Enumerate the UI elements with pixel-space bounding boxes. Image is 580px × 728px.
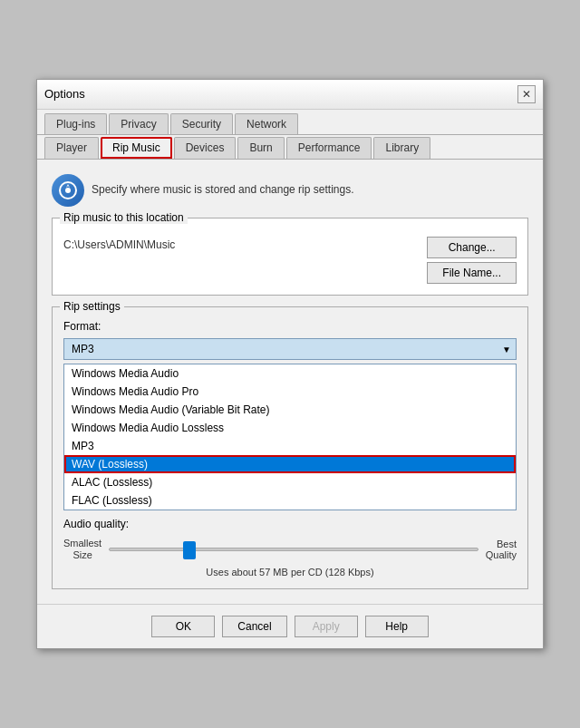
tab-devices[interactable]: Devices	[174, 137, 237, 159]
dropdown-item-flac[interactable]: FLAC (Lossless)	[64, 491, 516, 510]
audio-quality-label: Audio quality:	[63, 518, 517, 530]
ok-button[interactable]: OK	[151, 616, 215, 637]
dialog-title: Options	[44, 87, 85, 101]
help-button[interactable]: Help	[365, 616, 429, 637]
bottom-tabs: Player Rip Music Devices Burn Performanc…	[37, 135, 543, 160]
tab-performance[interactable]: Performance	[286, 137, 372, 159]
slider-info: Uses about 57 MB per CD (128 Kbps)	[63, 567, 517, 578]
title-bar: Options ✕	[37, 80, 543, 110]
top-tabs: Plug-ins Privacy Security Network	[37, 110, 543, 135]
change-button[interactable]: Change...	[427, 237, 517, 258]
dropdown-item-wma-lossless[interactable]: Windows Media Audio Lossless	[64, 419, 516, 437]
format-dropdown-list: Windows Media Audio Windows Media Audio …	[63, 364, 517, 510]
slider-right-label: BestQuality	[486, 539, 517, 560]
dropdown-item-wma-pro[interactable]: Windows Media Audio Pro	[64, 383, 516, 401]
tab-security[interactable]: Security	[170, 113, 233, 134]
section-header: Specify where music is stored and change…	[52, 174, 528, 207]
apply-button[interactable]: Apply	[295, 616, 358, 637]
section-description: Specify where music is stored and change…	[92, 182, 353, 198]
tab-burn[interactable]: Burn	[237, 137, 284, 159]
dropdown-item-wav[interactable]: WAV (Lossless)	[64, 455, 516, 473]
dropdown-item-wma-vbr[interactable]: Windows Media Audio (Variable Bit Rate)	[64, 401, 516, 419]
rip-settings-label: Rip settings	[60, 300, 124, 313]
slider-row: Smallest Size BestQuality	[63, 538, 517, 561]
rip-location-group: Rip music to this location C:\Users\ADMI…	[52, 218, 528, 296]
tab-privacy[interactable]: Privacy	[109, 113, 168, 134]
tab-rip-music[interactable]: Rip Music	[101, 137, 172, 159]
cancel-button[interactable]: Cancel	[222, 616, 286, 637]
tab-player[interactable]: Player	[44, 137, 99, 159]
slider-left-label: Smallest Size	[63, 538, 102, 561]
format-label: Format:	[63, 320, 517, 333]
tab-content: Specify where music is stored and change…	[37, 160, 543, 604]
location-buttons: Change... File Name...	[427, 237, 517, 284]
audio-quality-slider[interactable]	[109, 548, 478, 551]
slider-thumb[interactable]	[183, 541, 196, 559]
format-dropdown-header[interactable]: MP3 ▼	[63, 338, 517, 360]
rip-settings-group: Rip settings Format: MP3 ▼ Windows Media…	[52, 306, 528, 589]
tab-library[interactable]: Library	[373, 137, 430, 159]
dropdown-item-alac[interactable]: ALAC (Lossless)	[64, 473, 516, 491]
rip-music-icon	[52, 174, 84, 207]
rip-location-label: Rip music to this location	[60, 211, 188, 224]
tab-network[interactable]: Network	[235, 113, 298, 134]
location-path: C:\Users\ADMIN\Music	[63, 237, 420, 253]
file-name-button[interactable]: File Name...	[427, 262, 517, 284]
location-row: C:\Users\ADMIN\Music Change... File Name…	[63, 237, 517, 284]
svg-point-1	[65, 188, 71, 193]
close-button[interactable]: ✕	[517, 85, 536, 103]
dropdown-item-wma[interactable]: Windows Media Audio	[64, 364, 516, 383]
dropdown-item-mp3[interactable]: MP3	[64, 437, 516, 455]
bottom-buttons: OK Cancel Apply Help	[37, 604, 543, 648]
format-selected-value[interactable]: MP3	[63, 338, 517, 360]
options-dialog: Options ✕ Plug-ins Privacy Security Netw…	[36, 79, 544, 649]
tab-plugins[interactable]: Plug-ins	[44, 113, 107, 134]
